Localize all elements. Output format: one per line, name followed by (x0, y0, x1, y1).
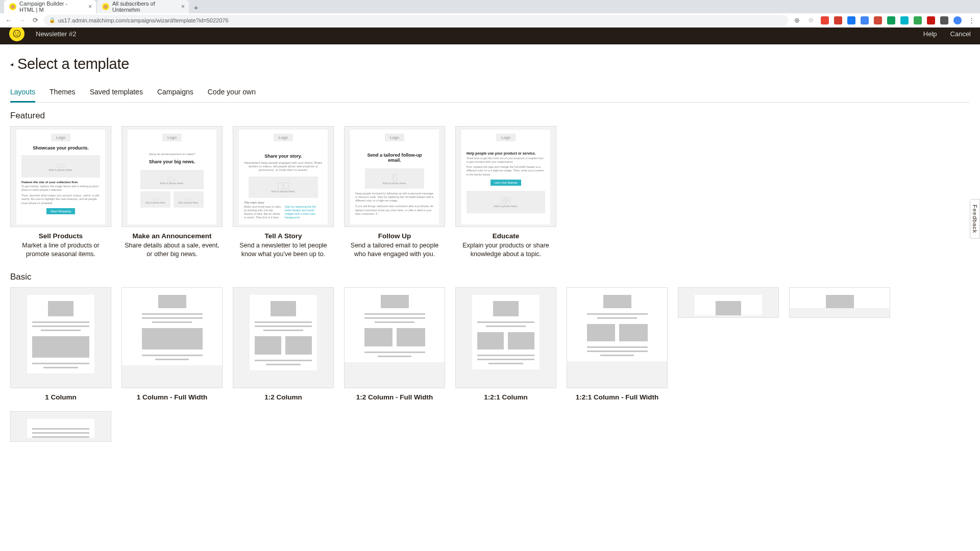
template-row2-c[interactable] (10, 411, 111, 442)
photo-label: Add a photo here. (271, 190, 296, 193)
template-announcement[interactable]: Logo Have an announcement to make? Share… (121, 126, 223, 259)
ext-icon[interactable] (887, 16, 895, 24)
layout-block (271, 301, 296, 316)
template-121-column-fw[interactable]: 1:2:1 Column - Full Width (567, 287, 668, 401)
template-row2-a[interactable] (678, 287, 779, 401)
photo-label: Add a photo here. (145, 201, 166, 204)
logo-placeholder: Logo (385, 134, 404, 141)
template-thumb (10, 287, 111, 388)
campaign-name: Newsletter #2 (36, 30, 76, 38)
ext-icon[interactable] (861, 16, 869, 24)
new-tab-button[interactable]: + (190, 1, 202, 13)
ext-icon[interactable] (900, 16, 909, 24)
ext-icon[interactable] (834, 16, 842, 24)
ext-icon[interactable] (847, 16, 855, 24)
thumb-button: Let's Get Started (491, 180, 522, 186)
template-sell-products[interactable]: Logo Showcase your products. Add a photo… (10, 126, 111, 259)
forward-icon: → (17, 16, 27, 25)
template-121-column[interactable]: 1:2:1 Column (455, 287, 556, 401)
ext-icon[interactable] (914, 16, 922, 24)
favicon-icon: 🐵 (9, 3, 16, 10)
thumb-heading: Share your big news. (149, 159, 195, 164)
shoe-icon (167, 174, 177, 182)
template-thumb: Logo Help people use your product or ser… (455, 126, 556, 227)
extension-icons: ⊕ ☆ ⋮ (792, 16, 976, 25)
template-desc: Explain your products or share knowledge… (455, 241, 556, 259)
tab-code[interactable]: Code your own (208, 88, 256, 103)
template-desc: Send a newsletter to let people know wha… (233, 241, 334, 259)
template-thumb (10, 411, 111, 442)
template-12-column[interactable]: 1:2 Column (233, 287, 334, 401)
layout-block (381, 295, 409, 308)
template-tell-story[interactable]: Logo Share your story. Newsletters keep … (233, 126, 334, 259)
ext-icon[interactable] (927, 16, 935, 24)
template-1-column[interactable]: 1 Column (10, 287, 111, 401)
template-tabs: Layouts Themes Saved templates Campaigns… (10, 88, 970, 103)
avatar-icon[interactable] (953, 16, 962, 24)
tab-strip: 🐵 Campaign Builder - HTML | M × 🐵 All su… (0, 0, 980, 13)
template-thumb (121, 287, 223, 388)
menu-icon[interactable]: ⋮ (967, 16, 976, 25)
basic-grid: 1 Column 1 Column - Full Width (10, 287, 970, 442)
template-title: Sell Products (10, 232, 111, 240)
template-title: Make an Announcement (121, 232, 223, 240)
ext-icon[interactable] (874, 16, 882, 24)
thumb-line: The main story (244, 201, 323, 204)
reload-icon[interactable]: ⟳ (31, 16, 40, 25)
browser-tab-active[interactable]: 🐵 Campaign Builder - HTML | M × (4, 0, 96, 13)
layout-block (603, 295, 631, 308)
template-desc: Send a tailored email to people who have… (344, 241, 445, 259)
back-caret-icon[interactable]: ◂ (10, 61, 13, 68)
help-link[interactable]: Help (923, 30, 937, 38)
photo-label: Add a photo here. (494, 205, 518, 208)
lock-icon: 🔒 (49, 17, 55, 23)
thumb-sub: Newsletters keep people engaged with you… (244, 161, 323, 172)
ext-icon[interactable] (821, 16, 829, 24)
thumb-line: Then, describe what makes your product u… (21, 194, 100, 205)
address-bar[interactable]: 🔒 us17.admin.mailchimp.com/campaigns/wiz… (44, 15, 788, 26)
zoom-icon[interactable]: ⊕ (792, 16, 801, 25)
close-icon[interactable]: × (88, 3, 92, 10)
svg-point-1 (15, 33, 16, 34)
mailchimp-logo[interactable] (9, 26, 24, 41)
template-thumb: Logo Have an announcement to make? Share… (121, 126, 223, 227)
thumb-line: Start by replacing the full-width header… (285, 205, 323, 220)
template-12-column-fw[interactable]: 1:2 Column - Full Width (344, 287, 445, 401)
close-icon[interactable]: × (181, 3, 185, 10)
svg-rect-8 (506, 201, 510, 204)
template-thumb (344, 287, 445, 388)
template-title: Tell A Story (233, 232, 334, 240)
logo-placeholder: Logo (51, 134, 70, 141)
tab-saved[interactable]: Saved templates (90, 88, 143, 103)
feedback-tab[interactable]: Feedback (970, 199, 980, 239)
cancel-link[interactable]: Cancel (950, 30, 971, 38)
browser-tab[interactable]: 🐵 All subscribers of Unternehm × (97, 0, 189, 13)
back-icon[interactable]: ← (4, 16, 13, 25)
svg-point-0 (13, 30, 20, 37)
star-icon[interactable]: ☆ (806, 16, 816, 25)
url-text: us17.admin.mailchimp.com/campaigns/wizar… (58, 17, 229, 23)
template-thumb (678, 287, 779, 318)
thumb-heading: Share your story. (264, 154, 302, 159)
ext-icon[interactable] (940, 16, 948, 24)
template-title: 1:2:1 Column - Full Width (567, 393, 668, 401)
tab-themes[interactable]: Themes (50, 88, 76, 103)
featured-grid: Logo Showcase your products. Add a photo… (10, 126, 970, 259)
template-1-column-fw[interactable]: 1 Column - Full Width (121, 287, 223, 401)
template-thumb (789, 287, 890, 318)
template-thumb (233, 287, 334, 388)
thumb-line: To get started, replace the image above … (21, 185, 100, 192)
template-title: 1:2:1 Column (455, 393, 556, 401)
template-desc: Market a line of products or promote sea… (10, 241, 111, 259)
template-row2-b[interactable] (789, 287, 890, 401)
template-follow-up[interactable]: Logo Send a tailored follow-up email. Ad… (344, 126, 445, 259)
template-title: 1 Column (10, 393, 111, 401)
svg-point-2 (17, 33, 18, 34)
tab-layouts[interactable]: Layouts (10, 88, 35, 103)
layout-block (48, 301, 74, 316)
tab-campaigns[interactable]: Campaigns (157, 88, 193, 103)
template-educate[interactable]: Logo Help people use your product or ser… (455, 126, 556, 259)
svg-rect-3 (278, 183, 283, 189)
favicon-icon: 🐵 (102, 3, 109, 10)
template-title: 1:2 Column - Full Width (344, 393, 445, 401)
